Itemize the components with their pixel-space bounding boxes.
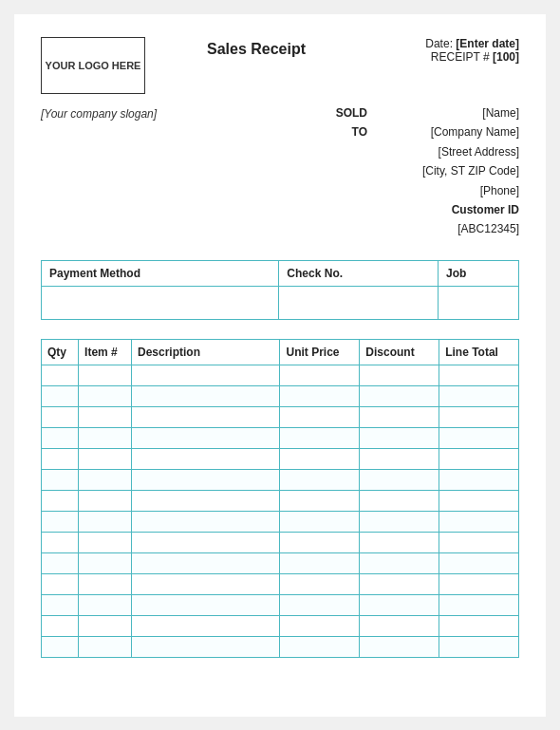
item-cell <box>79 532 132 552</box>
logo-text: YOUR LOGO HERE <box>46 59 141 72</box>
item-cell <box>79 552 132 573</box>
date-line: Date: [Enter date] <box>367 37 519 50</box>
job-cell <box>439 286 519 319</box>
item-cell <box>132 448 280 469</box>
check-no-cell <box>279 286 439 319</box>
items-header-row: Qty Item # Description Unit Price Discou… <box>42 339 519 365</box>
item-cell <box>439 490 519 511</box>
item-cell <box>439 427 519 448</box>
item-cell <box>132 427 280 448</box>
item-cell <box>42 406 79 427</box>
item-cell <box>42 490 79 511</box>
item-cell <box>360 490 439 511</box>
sold-company: [Company Name] <box>367 122 519 141</box>
sold-city: [City, ST ZIP Code] <box>367 161 519 180</box>
item-cell <box>280 406 360 427</box>
col-job: Job <box>439 260 519 286</box>
table-row <box>42 552 519 573</box>
col-qty: Qty <box>42 339 79 365</box>
date-label: Date: <box>425 37 453 50</box>
item-cell <box>439 406 519 427</box>
item-cell <box>439 615 519 636</box>
item-cell <box>79 448 132 469</box>
item-cell <box>79 615 132 636</box>
item-cell <box>42 636 79 657</box>
item-cell <box>439 636 519 657</box>
item-cell <box>42 385 79 406</box>
col-unit-price: Unit Price <box>280 339 360 365</box>
item-cell <box>439 594 519 615</box>
item-cell <box>42 594 79 615</box>
item-cell <box>132 365 280 385</box>
item-cell <box>79 385 132 406</box>
item-cell <box>439 532 519 552</box>
item-cell <box>79 365 132 385</box>
table-row <box>42 511 519 532</box>
table-row <box>42 469 519 490</box>
sold-street: [Street Address] <box>367 142 519 161</box>
col-line-total: Line Total <box>439 339 519 365</box>
item-cell <box>42 511 79 532</box>
payment-data-row <box>42 286 519 319</box>
item-cell <box>132 573 280 594</box>
item-cell <box>132 469 280 490</box>
item-cell <box>439 552 519 573</box>
sold-to-values: [Name] [Company Name] [Street Address] [… <box>367 103 519 239</box>
item-cell <box>280 615 360 636</box>
header-row: YOUR LOGO HERE Sales Receipt Date: [Ente… <box>41 37 519 94</box>
table-row <box>42 573 519 594</box>
top-right: Date: [Enter date] RECEIPT # [100] <box>367 37 519 64</box>
item-cell <box>280 469 360 490</box>
sold-name: [Name] <box>367 103 519 122</box>
item-cell <box>280 385 360 406</box>
item-cell <box>360 615 439 636</box>
sold-to-row: [Your company slogan] SOLD TO [Name] [Co… <box>41 103 519 239</box>
item-cell <box>360 469 439 490</box>
title-center: Sales Receipt <box>145 37 367 58</box>
table-row <box>42 365 519 385</box>
receipt-label: RECEIPT # <box>431 50 490 64</box>
table-row <box>42 636 519 657</box>
item-cell <box>360 427 439 448</box>
item-cell <box>132 511 280 532</box>
col-description: Description <box>132 339 280 365</box>
item-cell <box>280 573 360 594</box>
item-cell <box>360 365 439 385</box>
item-cell <box>439 469 519 490</box>
item-cell <box>79 469 132 490</box>
table-row <box>42 427 519 448</box>
item-cell <box>132 532 280 552</box>
receipt-page: YOUR LOGO HERE Sales Receipt Date: [Ente… <box>14 14 546 717</box>
item-cell <box>280 427 360 448</box>
item-cell <box>280 594 360 615</box>
page-title: Sales Receipt <box>145 41 367 58</box>
receipt-value: [100] <box>493 50 519 64</box>
col-discount: Discount <box>360 339 439 365</box>
payment-header-row: Payment Method Check No. Job <box>42 260 519 286</box>
item-cell <box>79 636 132 657</box>
item-cell <box>42 552 79 573</box>
items-table: Qty Item # Description Unit Price Discou… <box>41 339 519 658</box>
table-row <box>42 448 519 469</box>
item-cell <box>42 427 79 448</box>
receipt-line: RECEIPT # [100] <box>367 50 519 64</box>
item-cell <box>360 636 439 657</box>
item-cell <box>360 406 439 427</box>
col-check-no: Check No. <box>279 260 439 286</box>
item-cell <box>360 552 439 573</box>
payment-method-cell <box>42 286 279 319</box>
item-cell <box>79 594 132 615</box>
item-cell <box>360 594 439 615</box>
item-cell <box>132 406 280 427</box>
table-row <box>42 406 519 427</box>
item-cell <box>79 511 132 532</box>
item-cell <box>132 615 280 636</box>
sold-label1: SOLD <box>310 103 367 122</box>
item-cell <box>132 490 280 511</box>
item-cell <box>132 385 280 406</box>
item-cell <box>280 365 360 385</box>
sold-label2: TO <box>310 122 367 141</box>
item-cell <box>42 532 79 552</box>
col-item: Item # <box>79 339 132 365</box>
item-cell <box>439 385 519 406</box>
